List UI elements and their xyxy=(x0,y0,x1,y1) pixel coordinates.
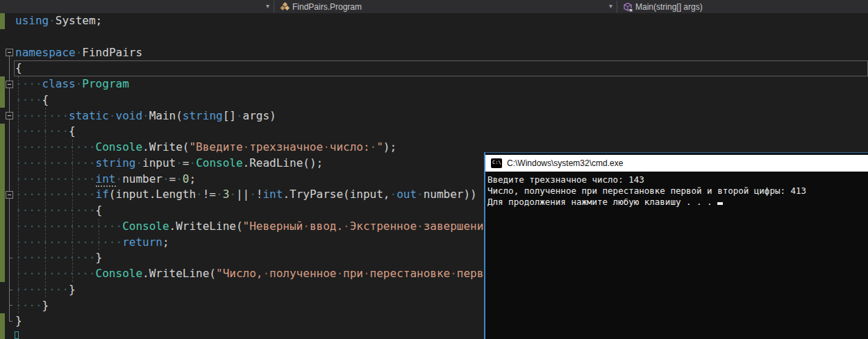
chevron-down-icon[interactable]: ▾ xyxy=(266,1,269,11)
change-bar xyxy=(0,76,5,108)
code-line[interactable]: ········} xyxy=(15,282,490,298)
console-titlebar[interactable]: C:\Windows\system32\cmd.exe xyxy=(485,155,868,172)
code-line[interactable]: ············if(input.Length·!=·3·||·!int… xyxy=(15,187,490,203)
code-line[interactable]: { xyxy=(15,60,490,76)
code-line[interactable]: ····} xyxy=(15,298,490,314)
code-line[interactable]: } xyxy=(15,313,490,329)
cmd-icon[interactable] xyxy=(491,158,502,168)
console-output[interactable]: Введите трехзначное число: 143Число, пол… xyxy=(485,172,868,208)
console-line: Введите трехзначное число: 143 xyxy=(487,174,868,185)
code-line[interactable]: ········{ xyxy=(15,124,490,140)
navigation-bar: ▾ FindPairs.Program ▾ xyxy=(0,0,868,13)
outline-line xyxy=(9,56,10,321)
code-line[interactable]: ····{ xyxy=(15,92,490,108)
member-dropdown-label: Main(string[] args) xyxy=(635,2,703,12)
vs-editor-screen: ▾ FindPairs.Program ▾ xyxy=(0,0,868,339)
outline-tick xyxy=(9,305,12,306)
collapse-toggle[interactable] xyxy=(6,81,13,88)
code-line[interactable]: ············string·input·=·Console.ReadL… xyxy=(15,156,490,172)
change-bar xyxy=(0,124,5,282)
console-window[interactable]: C:\Windows\system32\cmd.exe Введите трех… xyxy=(484,152,868,339)
change-bar xyxy=(0,313,5,339)
collapse-toggle[interactable] xyxy=(6,112,13,119)
collapse-toggle[interactable] xyxy=(6,49,13,56)
type-dropdown-label: FindPairs.Program xyxy=(292,2,362,12)
code-line[interactable]: ············{ xyxy=(15,203,490,219)
outline-tick xyxy=(9,321,12,322)
chevron-down-icon[interactable]: ▾ xyxy=(609,1,612,11)
outline-tick xyxy=(9,258,12,258)
code-line[interactable]: ················Console.WriteLine("Невер… xyxy=(15,219,490,235)
code-line[interactable] xyxy=(15,29,490,45)
partial-character-glyph xyxy=(15,331,19,339)
change-bar xyxy=(0,13,5,29)
code-line[interactable]: ············} xyxy=(15,250,490,266)
outline-tick xyxy=(9,290,12,290)
code-text: using·System; namespace·FindPairs{····cl… xyxy=(15,13,490,329)
project-dropdown[interactable]: ▾ xyxy=(0,0,274,13)
member-dropdown[interactable]: Main(string[] args) xyxy=(617,0,868,13)
console-cursor xyxy=(717,202,723,205)
code-line[interactable]: ········static·void·Main(string[]·args) xyxy=(15,108,490,124)
type-dropdown[interactable]: FindPairs.Program ▾ xyxy=(274,0,617,13)
code-line[interactable]: using·System; xyxy=(15,13,490,29)
console-line: Число, полученное при перестановке перво… xyxy=(487,185,868,197)
code-line[interactable]: ············int·number·=·0; xyxy=(15,172,490,188)
collapse-toggle[interactable] xyxy=(6,191,13,199)
console-line: Для продолжения нажмите любую клавишу . … xyxy=(487,197,868,208)
method-icon xyxy=(623,2,633,12)
class-icon xyxy=(280,2,290,12)
code-line[interactable]: ············Console.WriteLine("Число,·по… xyxy=(15,266,490,282)
code-line[interactable]: ············Console.Write("Введите·трехз… xyxy=(15,140,490,156)
code-line[interactable]: ····class·Program xyxy=(15,76,490,92)
code-line[interactable]: namespace·FindPairs xyxy=(15,45,490,61)
code-line[interactable]: ················return; xyxy=(15,235,490,251)
console-title: C:\Windows\system32\cmd.exe xyxy=(507,158,623,168)
